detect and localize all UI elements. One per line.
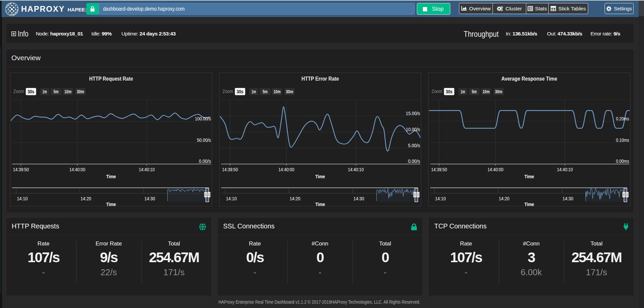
svg-text:30m: 30m — [495, 89, 502, 94]
svg-text:Average Response Time: Average Response Time — [501, 76, 557, 82]
svg-text:14:30: 14:30 — [562, 196, 573, 201]
svg-text:30s: 30s — [237, 89, 244, 94]
svg-text:10m: 10m — [64, 89, 71, 94]
svg-text:30s: 30s — [27, 89, 34, 94]
svg-text:100.00/s: 100.00/s — [195, 116, 211, 121]
svg-text:14:40:00: 14:40:00 — [278, 167, 294, 172]
svg-text:14:40:10: 14:40:10 — [557, 167, 573, 172]
svg-text:0.00/s: 0.00/s — [408, 158, 420, 164]
svg-text:Zoom: Zoom — [432, 88, 442, 94]
svg-text:10m: 10m — [274, 89, 281, 94]
svg-text:14:39:50: 14:39:50 — [222, 167, 238, 172]
svg-text:14:40:10: 14:40:10 — [348, 167, 364, 172]
svg-text:14:30: 14:30 — [354, 196, 364, 201]
svg-text:5.00/s: 5.00/s — [408, 142, 420, 148]
svg-text:50.00/s: 50.00/s — [197, 137, 211, 143]
svg-text:0.00ms: 0.00ms — [616, 158, 629, 164]
svg-text:14:40:00: 14:40:00 — [487, 167, 503, 172]
svg-text:Time: Time — [524, 174, 534, 179]
svg-text:5m: 5m — [263, 89, 268, 94]
svg-text:14:40:10: 14:40:10 — [139, 167, 155, 172]
svg-text:14:40:00: 14:40:00 — [69, 167, 85, 172]
svg-text:30m: 30m — [286, 89, 293, 94]
svg-text:1m: 1m — [252, 89, 256, 94]
svg-text:10m: 10m — [482, 89, 489, 94]
svg-text:5m: 5m — [472, 89, 477, 94]
svg-text:5m: 5m — [54, 89, 59, 94]
svg-text:10.00/s: 10.00/s — [406, 126, 420, 132]
svg-text:14:39:50: 14:39:50 — [13, 167, 29, 172]
svg-text:14:10: 14:10 — [435, 196, 446, 201]
svg-text:Time: Time — [524, 201, 534, 207]
svg-text:14:39:50: 14:39:50 — [431, 167, 447, 172]
svg-text:15.00/s: 15.00/s — [406, 110, 420, 116]
svg-text:14:20: 14:20 — [290, 196, 300, 201]
svg-text:Time: Time — [106, 201, 116, 207]
svg-text:1m: 1m — [42, 89, 47, 94]
svg-text:14:20: 14:20 — [80, 196, 91, 201]
svg-text:30s: 30s — [446, 89, 452, 94]
svg-text:30m: 30m — [77, 89, 84, 94]
svg-text:1m: 1m — [461, 89, 465, 94]
svg-text:14:10: 14:10 — [17, 196, 27, 201]
svg-text:HTTP Error Rate: HTTP Error Rate — [301, 76, 339, 82]
svg-text:Zoom: Zoom — [13, 88, 24, 94]
svg-text:Time: Time — [315, 174, 325, 179]
svg-text:Zoom: Zoom — [222, 88, 233, 94]
svg-text:14:10: 14:10 — [226, 196, 237, 201]
svg-text:HTTP Request Rate: HTTP Request Rate — [89, 76, 133, 82]
svg-text:0.10ms: 0.10ms — [616, 137, 629, 143]
svg-text:Time: Time — [106, 174, 116, 179]
svg-text:0.00/s: 0.00/s — [199, 158, 211, 164]
svg-text:14:30: 14:30 — [144, 196, 155, 201]
svg-text:14:20: 14:20 — [498, 196, 509, 201]
svg-text:0.20ms: 0.20ms — [616, 116, 629, 121]
svg-text:Time: Time — [315, 201, 325, 207]
